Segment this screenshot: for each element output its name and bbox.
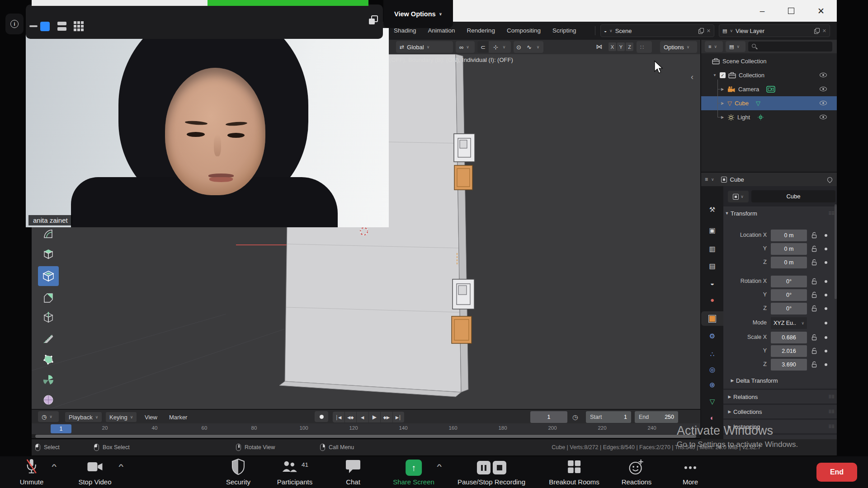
timeline-scrollbar[interactable] bbox=[35, 435, 696, 438]
shared-pages-icon[interactable] bbox=[368, 14, 379, 28]
outliner-row-scene-collection[interactable]: Scene Collection bbox=[701, 54, 837, 68]
timeline-menu-keying[interactable]: Keying∨ bbox=[106, 412, 137, 422]
section-instancing[interactable]: ▶Instancing⠿⠿ bbox=[723, 420, 837, 433]
drag-grip-icon[interactable]: ⠿⠿ bbox=[828, 211, 834, 216]
workspace-tab-scripting[interactable]: Scripting bbox=[547, 22, 582, 40]
lock-icon[interactable] bbox=[811, 347, 817, 356]
drag-grip-icon[interactable]: ⠿⠿ bbox=[828, 424, 834, 429]
lock-icon[interactable] bbox=[811, 278, 817, 286]
end-meeting-button[interactable]: End bbox=[816, 463, 857, 482]
value-field[interactable]: 0 m bbox=[771, 230, 807, 241]
snap-magnet-icon[interactable]: ⊂ bbox=[477, 41, 489, 53]
tab-world-icon[interactable]: ● bbox=[701, 292, 723, 307]
animate-dot-icon[interactable] bbox=[825, 307, 827, 310]
visibility-eye-icon[interactable] bbox=[820, 101, 827, 105]
window-maximize-button[interactable] bbox=[781, 0, 802, 22]
animate-dot-icon[interactable] bbox=[825, 363, 827, 366]
frame-end-field[interactable]: End 250 bbox=[635, 411, 678, 423]
delta-transform-header[interactable]: ▶ Delta Transform bbox=[723, 374, 837, 387]
section-collections[interactable]: ▶Collections⠿⠿ bbox=[723, 405, 837, 418]
visibility-eye-icon[interactable] bbox=[820, 115, 827, 119]
new-scene-icon[interactable] bbox=[698, 28, 704, 34]
tab-modifiers-icon[interactable]: ⚙ bbox=[701, 329, 723, 343]
mirror-icon[interactable]: ⋈ bbox=[596, 43, 602, 50]
pause-stop-recording-button[interactable]: Pause/Stop Recording bbox=[458, 456, 525, 488]
view-layer-selector[interactable]: ▤∨ View Layer ✕ bbox=[719, 24, 830, 37]
mirror-axis-y[interactable]: Y bbox=[617, 42, 625, 51]
chat-button[interactable]: Chat bbox=[345, 456, 361, 488]
animate-dot-icon[interactable] bbox=[825, 294, 827, 296]
tool-inset-faces-button[interactable] bbox=[38, 266, 59, 286]
tab-physics-icon[interactable]: ◎ bbox=[701, 362, 723, 377]
animate-dot-icon[interactable] bbox=[825, 350, 827, 352]
tool-loop-cut-button[interactable] bbox=[38, 308, 59, 328]
section-relations[interactable]: ▶Relations⠿⠿ bbox=[723, 390, 837, 404]
properties-scrollbar[interactable] bbox=[835, 204, 837, 299]
jump-to-start-button[interactable]: │◀ bbox=[333, 412, 345, 422]
animate-dot-icon[interactable] bbox=[825, 280, 827, 283]
jump-to-end-button[interactable]: ▶│ bbox=[393, 412, 405, 422]
value-field[interactable]: 0 m bbox=[771, 257, 807, 268]
pivot-point-dropdown[interactable]: ∞∨ bbox=[456, 41, 475, 53]
tab-view-layer-icon[interactable]: ▤ bbox=[701, 259, 723, 273]
value-field[interactable]: 3.690 bbox=[771, 359, 807, 371]
lock-icon[interactable] bbox=[811, 305, 817, 314]
proportional-editing-controls[interactable]: ⊙ ∿∨ bbox=[514, 41, 543, 53]
tool-bevel-button[interactable] bbox=[38, 288, 59, 308]
value-field[interactable]: 0° bbox=[771, 276, 807, 287]
outliner-search-input[interactable] bbox=[748, 42, 832, 52]
visibility-eye-icon[interactable] bbox=[820, 73, 827, 77]
window-close-button[interactable]: ✕ bbox=[811, 0, 831, 22]
security-button[interactable]: Security bbox=[226, 456, 250, 488]
breakout-rooms-button[interactable]: Breakout Rooms bbox=[549, 456, 599, 488]
lock-icon[interactable] bbox=[811, 245, 817, 254]
workspace-tab-compositing[interactable]: Compositing bbox=[501, 22, 547, 40]
mirror-axis-z[interactable]: Z bbox=[626, 42, 633, 51]
transform-panel-header[interactable]: ▼ Transform ⠿⠿ bbox=[723, 206, 837, 220]
frame-start-field[interactable]: Start 1 bbox=[586, 411, 631, 423]
tab-object-icon[interactable] bbox=[701, 311, 723, 326]
remove-view-layer-icon[interactable]: ✕ bbox=[822, 28, 826, 34]
tool-smooth-button[interactable] bbox=[38, 390, 59, 409]
window-minimize-button[interactable]: – bbox=[752, 0, 773, 22]
tab-object-data-icon[interactable]: ▽ bbox=[701, 394, 723, 409]
play-button[interactable]: ▶ bbox=[369, 412, 381, 422]
timeline-ruler[interactable]: 1 20406080100120140160180200220240 bbox=[32, 423, 700, 434]
lock-icon[interactable] bbox=[811, 232, 817, 240]
timeline-menu-playback[interactable]: Playback∨ bbox=[65, 412, 102, 422]
minimize-panel-icon[interactable] bbox=[29, 25, 38, 27]
pin-icon[interactable] bbox=[826, 176, 834, 183]
reactions-button[interactable]: Reactions bbox=[622, 456, 652, 488]
chevron-up-icon[interactable]: ^ bbox=[52, 463, 57, 469]
stop-video-button[interactable]: Stop Video bbox=[78, 456, 111, 488]
outliner-row-collection[interactable]: ▼✓Collection bbox=[701, 68, 837, 82]
drag-grip-icon[interactable]: ⠿⠿ bbox=[828, 394, 834, 399]
animate-dot-icon[interactable] bbox=[825, 234, 827, 237]
tab-particles-icon[interactable]: ∴ bbox=[701, 347, 723, 361]
chevron-up-icon[interactable]: ^ bbox=[118, 463, 123, 469]
gallery-view-icon[interactable] bbox=[57, 22, 66, 31]
object-id-icon-chip[interactable]: ∨ bbox=[728, 191, 749, 202]
lock-icon[interactable] bbox=[811, 291, 817, 300]
tab-active-tool-icon[interactable]: ⚒ bbox=[701, 202, 723, 217]
animate-dot-icon[interactable] bbox=[825, 248, 827, 250]
more-button[interactable]: More bbox=[683, 456, 698, 488]
meeting-info-button[interactable]: i bbox=[5, 14, 24, 34]
tool-extrude-region-button[interactable] bbox=[38, 244, 59, 264]
participant-video-tile[interactable]: anita zainet bbox=[26, 28, 389, 227]
share-screen-button[interactable]: ↑Share Screen bbox=[393, 456, 434, 488]
snapping-controls[interactable]: ⊂ ⊹∨ bbox=[477, 41, 511, 53]
tool-poly-build-button[interactable] bbox=[38, 350, 59, 370]
visibility-eye-icon[interactable] bbox=[820, 87, 827, 91]
tab-output-icon[interactable]: ▥ bbox=[701, 242, 723, 256]
animate-dot-icon[interactable] bbox=[825, 336, 827, 339]
value-field[interactable]: 0° bbox=[771, 303, 807, 314]
new-view-layer-icon[interactable] bbox=[814, 28, 820, 34]
animate-dot-icon[interactable] bbox=[825, 322, 827, 324]
drag-grip-icon[interactable]: ⠿⠿ bbox=[828, 409, 834, 414]
tab-material-icon[interactable]: ◐ bbox=[701, 410, 723, 425]
lock-icon[interactable] bbox=[811, 259, 817, 267]
lock-icon[interactable] bbox=[811, 334, 817, 343]
view-options-dropdown[interactable]: View Options ∨ bbox=[383, 0, 453, 28]
animate-dot-icon[interactable] bbox=[825, 261, 827, 264]
